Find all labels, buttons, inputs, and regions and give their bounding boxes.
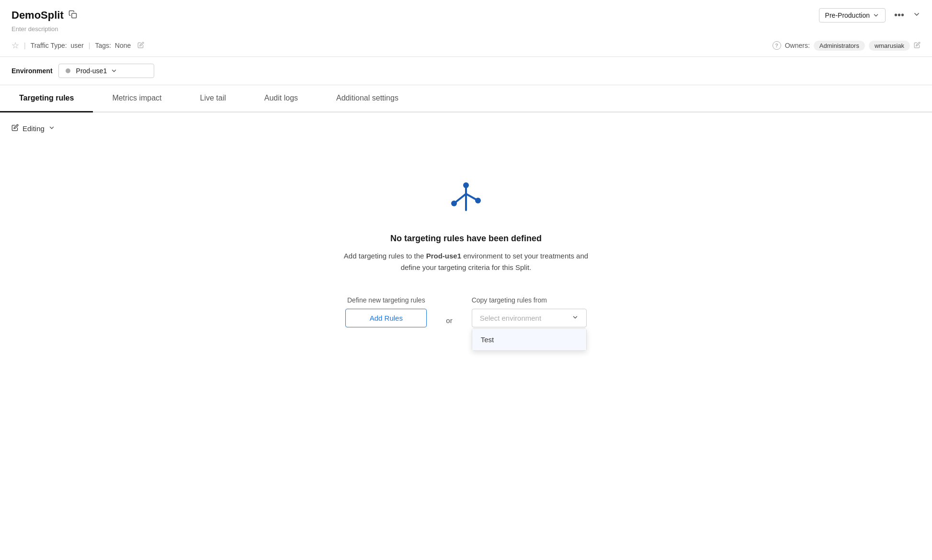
editing-label: Editing: [23, 124, 45, 133]
environment-dropdown-menu: Test: [472, 328, 587, 351]
tab-metrics-impact[interactable]: Metrics impact: [93, 85, 181, 112]
owner-administrators: Administrators: [814, 41, 865, 51]
chevron-down-icon: [111, 67, 117, 74]
page-title: DemoSplit: [11, 9, 64, 22]
add-rules-button[interactable]: Add Rules: [345, 309, 427, 327]
owner-wmarusiak: wmarusiak: [869, 41, 910, 51]
pencil-icon: [11, 124, 19, 133]
tab-bar: Targeting rules Metrics impact Live tail…: [0, 85, 932, 112]
dropdown-chevron-icon: [572, 314, 579, 322]
environment-dropdown[interactable]: Pre-Production: [819, 8, 886, 22]
editing-chevron-icon: [48, 124, 55, 133]
empty-state-title: No targeting rules have been defined: [390, 234, 542, 244]
define-rules-label: Define new targeting rules: [347, 296, 425, 304]
branch-icon: [444, 176, 488, 220]
chevron-down-icon: [873, 12, 879, 19]
owners-edit-icon[interactable]: [914, 42, 921, 50]
description-placeholder[interactable]: Enter description: [11, 25, 921, 33]
define-rules-col: Define new targeting rules Add Rules: [345, 296, 427, 327]
copy-icon[interactable]: [68, 10, 77, 21]
copy-rules-col: Copy targeting rules from Select environ…: [472, 296, 587, 327]
editing-bar[interactable]: Editing: [11, 124, 921, 133]
owners-label: Owners:: [785, 42, 810, 49]
favorite-icon[interactable]: ☆: [11, 40, 19, 51]
tags-label: Tags: None: [95, 42, 131, 49]
chevron-down-icon: [913, 11, 921, 18]
dropdown-item-test[interactable]: Test: [472, 329, 586, 350]
env-current-value: Prod-use1: [76, 67, 107, 75]
empty-state: No targeting rules have been defined Add…: [11, 147, 921, 347]
svg-rect-0: [72, 13, 77, 18]
tab-audit-logs[interactable]: Audit logs: [245, 85, 317, 112]
environment-select[interactable]: Prod-use1: [58, 64, 154, 78]
env-status-dot: [66, 68, 70, 73]
cta-row: Define new targeting rules Add Rules or …: [345, 296, 586, 327]
tab-additional-settings[interactable]: Additional settings: [317, 85, 418, 112]
svg-point-4: [463, 182, 469, 188]
copy-rules-label: Copy targeting rules from: [472, 296, 547, 304]
traffic-type-label: Traffic Type: user: [31, 42, 84, 49]
svg-point-6: [475, 198, 481, 203]
tags-edit-icon[interactable]: [137, 42, 144, 50]
select-environment-dropdown[interactable]: Select environment: [472, 309, 587, 327]
tab-targeting-rules[interactable]: Targeting rules: [0, 85, 93, 112]
select-env-placeholder: Select environment: [480, 314, 541, 322]
svg-point-5: [451, 201, 457, 206]
owners-help-icon[interactable]: ?: [773, 41, 781, 50]
env-dropdown-label: Pre-Production: [825, 11, 870, 19]
more-options-button[interactable]: •••: [890, 8, 908, 22]
tab-live-tail[interactable]: Live tail: [181, 85, 245, 112]
environment-label: Environment: [11, 67, 53, 75]
empty-state-description: Add targeting rules to the Prod-use1 env…: [341, 250, 591, 273]
or-separator: or: [446, 316, 452, 325]
expand-button[interactable]: [913, 11, 921, 20]
